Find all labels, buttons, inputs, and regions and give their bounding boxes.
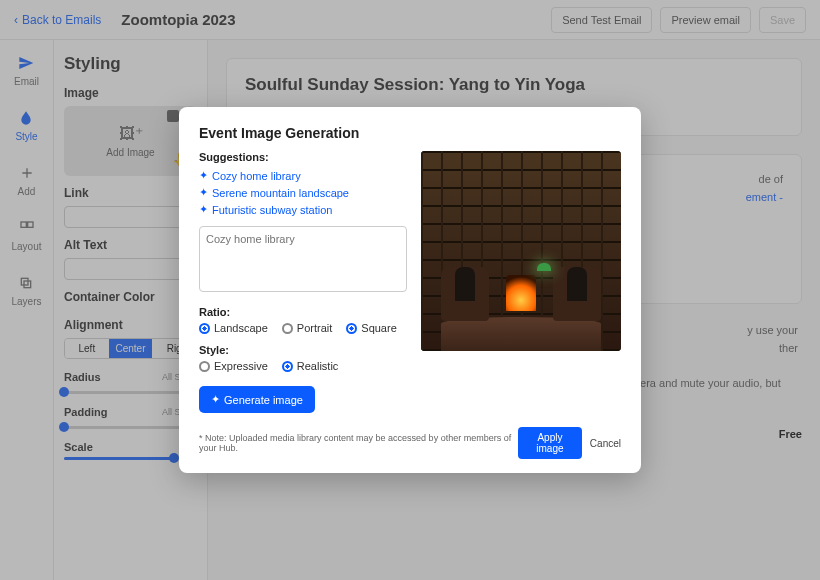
style-expressive[interactable]: Expressive: [199, 360, 268, 372]
apply-image-button[interactable]: Apply image: [518, 427, 582, 459]
suggestion-2[interactable]: ✦Serene mountain landscape: [199, 184, 407, 201]
sparkle-icon: ✦: [199, 186, 208, 199]
suggestions-label: Suggestions:: [199, 151, 407, 163]
suggestion-3[interactable]: ✦Futuristic subway station: [199, 201, 407, 218]
ratio-label: Ratio:: [199, 306, 407, 318]
suggestion-1[interactable]: ✦Cozy home library: [199, 167, 407, 184]
image-generation-modal: Event Image Generation Suggestions: ✦Coz…: [179, 107, 641, 473]
style-realistic[interactable]: Realistic: [282, 360, 339, 372]
modal-overlay: Event Image Generation Suggestions: ✦Coz…: [0, 0, 820, 580]
style-label: Style:: [199, 344, 407, 356]
ratio-landscape[interactable]: Landscape: [199, 322, 268, 334]
sparkle-icon: ✦: [211, 393, 220, 406]
sparkle-icon: ✦: [199, 203, 208, 216]
ratio-portrait[interactable]: Portrait: [282, 322, 332, 334]
generated-image-preview: [421, 151, 621, 351]
modal-title: Event Image Generation: [199, 125, 621, 141]
ratio-square[interactable]: Square: [346, 322, 396, 334]
generate-image-button[interactable]: ✦Generate image: [199, 386, 315, 413]
cancel-button[interactable]: Cancel: [590, 438, 621, 449]
prompt-input[interactable]: [199, 226, 407, 292]
modal-footnote: * Note: Uploaded media library content m…: [199, 433, 518, 453]
sparkle-icon: ✦: [199, 169, 208, 182]
